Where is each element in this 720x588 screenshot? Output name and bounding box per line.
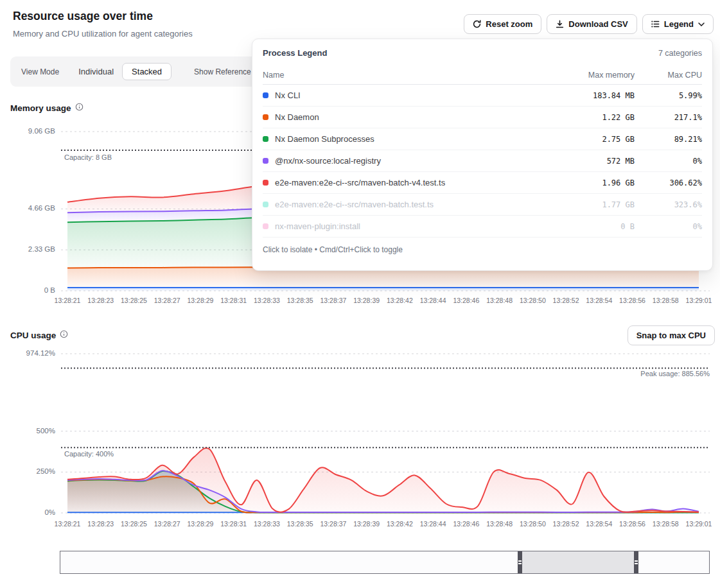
y-axis-tick: 0 B (0, 286, 55, 294)
legend-button-label: Legend (664, 19, 694, 29)
legend-max-cpu: 306.62% (635, 178, 702, 187)
x-axis-tick: 13:28:39 (350, 297, 383, 304)
x-axis-tick: 13:28:44 (416, 520, 450, 528)
header-actions: Reset zoom Download CSV Legend (464, 14, 714, 34)
cpu-capacity-label: Capacity: 400% (64, 450, 114, 458)
info-icon[interactable] (75, 103, 83, 113)
x-axis-tick: 13:28:23 (84, 520, 118, 528)
list-icon (651, 20, 660, 28)
y-axis-tick: 2.33 GB (0, 245, 55, 253)
legend-series-name: @nx/nx-source:local-registry (275, 156, 558, 166)
y-axis-tick: 500% (0, 427, 55, 435)
x-axis-tick: 13:28:50 (516, 297, 549, 304)
legend-row[interactable]: nx-maven-plugin:install0 B0% (263, 216, 702, 238)
x-axis-tick: 13:28:46 (450, 520, 483, 528)
legend-max-cpu: 5.99% (635, 91, 702, 100)
y-axis-tick: 0% (0, 508, 55, 516)
series-color-dot (263, 223, 268, 229)
y-axis-tick: 9.06 GB (0, 127, 55, 135)
legend-row[interactable]: Nx Daemon1.22 GB217.1% (263, 107, 702, 128)
legend-max-memory: 1.22 GB (558, 113, 635, 122)
download-csv-label: Download CSV (568, 19, 628, 29)
legend-row[interactable]: Nx Daemon Subprocesses2.75 GB89.21% (263, 128, 702, 150)
series-color-dot (263, 158, 268, 164)
chevron-down-icon (698, 22, 705, 26)
x-axis-tick: 13:28:29 (184, 297, 217, 304)
x-axis-tick: 13:28:56 (616, 520, 649, 528)
x-axis-tick: 13:28:50 (516, 520, 549, 528)
popup-title: Process Legend (263, 48, 327, 58)
legend-max-cpu: 0% (635, 222, 702, 231)
memory-chart-title: Memory usage (10, 103, 83, 113)
y-axis-tick: 250% (0, 467, 55, 475)
legend-max-memory: 0 B (558, 222, 635, 231)
process-legend-popup: Process Legend 7 categories Name Max mem… (252, 39, 713, 271)
x-axis-tick: 13:29:01 (682, 520, 716, 528)
legend-series-name: Nx CLI (275, 91, 558, 100)
column-max-memory: Max memory (558, 71, 635, 80)
cpu-chart-title: CPU usage (10, 330, 68, 340)
info-icon[interactable] (60, 330, 68, 340)
x-axis-tick: 13:28:58 (649, 297, 682, 304)
brush-selection[interactable] (518, 551, 638, 573)
legend-max-cpu: 89.21% (635, 135, 702, 144)
cpu-chart-svg (61, 354, 710, 513)
x-axis-tick: 13:28:33 (250, 520, 283, 528)
x-axis-tick: 13:28:33 (250, 297, 283, 304)
x-axis-tick: 13:28:31 (217, 520, 250, 528)
y-axis-tick: 4.66 GB (0, 204, 55, 212)
x-axis-tick: 13:28:52 (549, 297, 583, 304)
x-axis-tick: 13:28:58 (649, 520, 682, 528)
series-color-dot (263, 114, 268, 120)
legend-column-headers: Name Max memory Max CPU (263, 65, 702, 85)
x-axis-tick: 13:28:27 (150, 520, 184, 528)
legend-max-memory: 2.75 GB (558, 135, 635, 144)
column-name: Name (263, 71, 558, 80)
page-subtitle: Memory and CPU utilization for agent cat… (13, 29, 193, 39)
brush-handle-right[interactable] (634, 551, 638, 573)
legend-dropdown-button[interactable]: Legend (642, 14, 714, 34)
reset-zoom-button[interactable]: Reset zoom (464, 14, 541, 34)
grip-icon (635, 560, 638, 564)
memory-capacity-label: Capacity: 8 GB (64, 153, 112, 161)
x-axis-tick: 13:28:52 (549, 520, 583, 528)
x-axis-tick: 13:28:29 (184, 520, 217, 528)
x-axis-tick: 13:28:54 (583, 297, 616, 304)
legend-row[interactable]: @nx/nx-source:local-registry572 MB0% (263, 150, 702, 172)
view-mode-stacked[interactable]: Stacked (122, 63, 171, 80)
x-axis-tick: 13:28:35 (283, 520, 317, 528)
legend-max-memory: 572 MB (558, 157, 635, 166)
x-axis-tick: 13:28:48 (483, 297, 516, 304)
legend-series-name: nx-maven-plugin:install (275, 221, 558, 231)
refresh-icon (473, 20, 481, 28)
legend-series-name: Nx Daemon Subprocesses (275, 134, 558, 144)
download-icon (556, 20, 564, 28)
x-axis-tick: 13:28:56 (616, 297, 649, 304)
x-axis-tick: 13:28:21 (51, 297, 84, 304)
series-color-dot (263, 136, 268, 142)
legend-rows: Nx CLI183.84 MB5.99%Nx Daemon1.22 GB217.… (263, 85, 702, 238)
x-axis-tick: 13:28:21 (51, 520, 84, 528)
x-axis-tick: 13:28:42 (383, 520, 416, 528)
download-csv-button[interactable]: Download CSV (547, 14, 637, 34)
legend-row[interactable]: Nx CLI183.84 MB5.99% (263, 85, 702, 107)
snap-to-max-cpu-button[interactable]: Snap to max CPU (628, 325, 715, 345)
view-mode-label: View Mode (21, 67, 59, 76)
x-axis-tick: 13:28:35 (283, 297, 317, 304)
legend-row[interactable]: e2e-maven:e2e-ci--src/maven-batch.test.t… (263, 194, 702, 216)
x-axis-tick: 13:28:37 (317, 520, 350, 528)
x-axis-tick: 13:28:25 (117, 520, 150, 528)
memory-chart-title-text: Memory usage (10, 103, 71, 113)
view-mode-individual[interactable]: Individual (78, 67, 114, 76)
legend-max-cpu: 323.6% (635, 200, 702, 209)
legend-series-name: Nx Daemon (275, 112, 558, 122)
x-axis-tick: 13:28:31 (217, 297, 250, 304)
time-range-brush[interactable] (60, 551, 710, 574)
brush-handle-left[interactable] (518, 551, 522, 573)
cpu-peak-label: Peak usage: 885.56% (640, 370, 710, 377)
legend-hint: Click to isolate • Cmd/Ctrl+Click to tog… (263, 238, 702, 254)
x-axis-tick: 13:28:46 (450, 297, 483, 304)
category-count: 7 categories (658, 49, 702, 58)
x-axis-tick: 13:28:27 (150, 297, 184, 304)
legend-row[interactable]: e2e-maven:e2e-ci--src/maven-batch-v4.tes… (263, 172, 702, 194)
